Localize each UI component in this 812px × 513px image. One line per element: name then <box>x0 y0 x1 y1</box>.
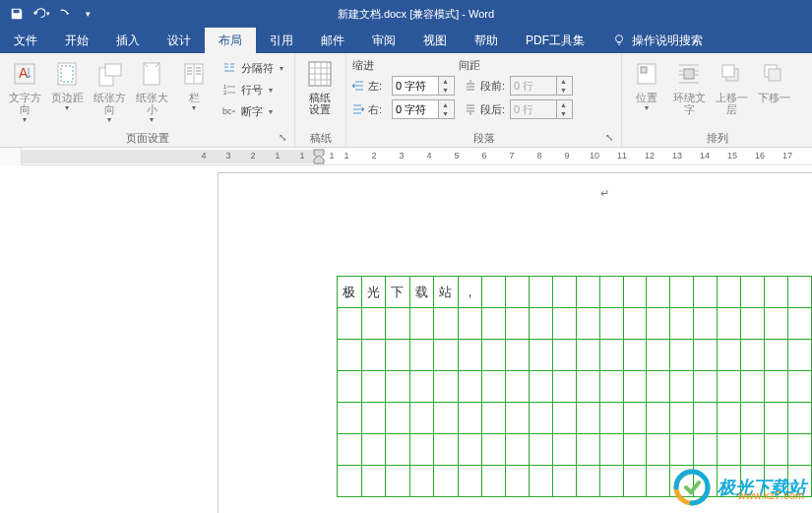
grid-cell[interactable] <box>482 277 506 308</box>
caret-icon: ▾ <box>645 103 649 112</box>
grid-cell[interactable] <box>694 277 718 308</box>
margins-button[interactable]: 页边距 ▾ <box>46 56 88 114</box>
indent-right-icon <box>350 101 366 117</box>
tab-help[interactable]: 帮助 <box>461 28 512 53</box>
spacing-before-icon <box>463 78 478 94</box>
columns-button[interactable]: 栏 ▾ <box>173 56 215 114</box>
indent-right-input[interactable]: ▲▼ <box>392 99 455 119</box>
bring-forward-button[interactable]: 上移一层 <box>711 56 752 117</box>
group-manuscript: 稿纸设置 稿纸 <box>295 53 346 147</box>
caret-icon: ▾ <box>23 115 27 124</box>
indent-left-input[interactable]: ▲▼ <box>392 76 455 96</box>
grid-cell[interactable]: 光 <box>361 277 386 308</box>
svg-rect-7 <box>144 63 159 85</box>
grid-cell[interactable] <box>670 277 694 308</box>
indent-right-label: 右: <box>368 102 390 117</box>
grid-cell[interactable] <box>576 277 599 308</box>
page-setup-launcher[interactable]: ⤡ <box>277 132 288 144</box>
spinner-down[interactable]: ▼ <box>557 86 570 95</box>
indent-marker[interactable] <box>313 148 323 165</box>
group-arrange: 位置 ▾ 环绕文字 上移一层 下移一 排列 <box>622 53 812 147</box>
tell-me-search[interactable]: 操作说明搜索 <box>598 28 717 53</box>
orientation-button[interactable]: 纸张方向 ▾ <box>89 56 130 126</box>
grid-row <box>338 308 812 340</box>
tab-design[interactable]: 设计 <box>154 28 205 53</box>
spinner-up[interactable]: ▲ <box>439 100 452 109</box>
grid-cell[interactable] <box>647 277 670 308</box>
svg-point-0 <box>616 35 623 42</box>
paragraph-launcher[interactable]: ⤡ <box>603 132 615 144</box>
grid-cell[interactable] <box>787 277 811 308</box>
group-page-setup: A 文字方向 ▾ 页边距 ▾ 纸张方向 ▾ <box>0 53 295 147</box>
grid-cell[interactable] <box>765 277 788 308</box>
grid-cell[interactable] <box>552 277 576 308</box>
spinner-down[interactable]: ▼ <box>439 86 452 95</box>
bring-forward-icon <box>716 58 747 90</box>
grid-cell[interactable]: ， <box>458 277 482 308</box>
grid-cell[interactable] <box>505 277 529 308</box>
grid-cell[interactable] <box>599 277 623 308</box>
tab-file[interactable]: 文件 <box>0 28 51 53</box>
grid-row <box>338 340 812 371</box>
spacing-before-input[interactable]: ▲▼ <box>510 76 573 96</box>
qat-customize-button[interactable]: ▾ <box>77 3 98 25</box>
tab-mailings[interactable]: 邮件 <box>307 28 358 53</box>
grid-cell[interactable]: 极 <box>338 277 362 308</box>
manuscript-settings-button[interactable]: 稿纸设置 <box>299 56 341 117</box>
grid-row <box>338 403 812 434</box>
indent-left-icon <box>350 78 366 94</box>
ribbon-tabs: 文件 开始 插入 设计 布局 引用 邮件 审阅 视图 帮助 PDF工具集 操作说… <box>0 28 812 53</box>
svg-rect-30 <box>641 67 647 73</box>
position-button[interactable]: 位置 ▾ <box>626 56 667 114</box>
tab-pdf-tools[interactable]: PDF工具集 <box>512 28 598 53</box>
caret-icon: ▾ <box>269 86 273 95</box>
workspace: 4 3 2 1 1 1 1 2 3 4 5 6 7 8 9 10 11 12 1… <box>0 148 812 513</box>
caret-icon: ▾ <box>107 115 111 124</box>
send-backward-icon <box>758 58 789 90</box>
tab-view[interactable]: 视图 <box>409 28 461 53</box>
spinner-up[interactable]: ▲ <box>439 77 452 86</box>
hyphenation-button[interactable]: bc 断字 ▾ <box>218 100 287 122</box>
spinner-down[interactable]: ▼ <box>557 109 570 118</box>
tab-references[interactable]: 引用 <box>256 28 307 53</box>
group-label-manuscript: 稿纸 <box>299 131 342 147</box>
grid-cell[interactable] <box>741 277 765 308</box>
spinner-up[interactable]: ▲ <box>557 100 570 109</box>
line-numbers-button[interactable]: 12 行号 ▾ <box>218 79 287 100</box>
grid-cell[interactable]: 下 <box>386 277 410 308</box>
tab-review[interactable]: 审阅 <box>358 28 409 53</box>
horizontal-ruler[interactable]: 4 3 2 1 1 1 1 2 3 4 5 6 7 8 9 10 11 12 1… <box>22 148 812 165</box>
caret-icon: ▾ <box>65 103 69 112</box>
spinner-down[interactable]: ▼ <box>439 109 452 118</box>
grid-cell[interactable]: 载 <box>409 277 434 308</box>
caret-icon: ▾ <box>192 103 196 112</box>
grid-cell[interactable] <box>623 277 647 308</box>
orientation-icon <box>94 58 125 90</box>
send-backward-button[interactable]: 下移一 <box>753 56 794 105</box>
paragraph-mark: ↵ <box>600 187 609 200</box>
indent-left-label: 左: <box>368 79 390 94</box>
save-button[interactable] <box>6 3 28 25</box>
caret-icon: ▾ <box>150 115 154 124</box>
vertical-ruler[interactable] <box>0 165 22 513</box>
text-direction-button[interactable]: A 文字方向 ▾ <box>4 56 45 126</box>
tab-insert[interactable]: 插入 <box>102 28 154 53</box>
text-direction-icon: A <box>9 58 40 90</box>
grid-cell[interactable] <box>529 277 552 308</box>
redo-button[interactable] <box>53 3 75 25</box>
tab-layout[interactable]: 布局 <box>205 28 256 53</box>
group-label-paragraph: 段落 ⤡ <box>350 131 617 147</box>
manuscript-grid[interactable]: 极 光 下 载 站 ， <box>337 276 812 497</box>
document-area[interactable]: ↵ 极 光 下 载 站 ， <box>22 165 812 513</box>
grid-cell[interactable] <box>718 277 741 308</box>
size-button[interactable]: 纸张大小 ▾ <box>131 56 172 126</box>
spacing-after-input[interactable]: ▲▼ <box>510 99 573 119</box>
spinner-up[interactable]: ▲ <box>557 77 570 86</box>
svg-rect-6 <box>105 64 121 76</box>
wrap-text-button[interactable]: 环绕文字 <box>668 56 710 117</box>
quick-access-toolbar: ▾ ▾ <box>0 3 98 25</box>
grid-cell[interactable]: 站 <box>434 277 459 308</box>
tab-home[interactable]: 开始 <box>51 28 102 53</box>
breaks-button[interactable]: 分隔符 ▾ <box>218 57 287 79</box>
undo-button[interactable]: ▾ <box>30 3 51 25</box>
